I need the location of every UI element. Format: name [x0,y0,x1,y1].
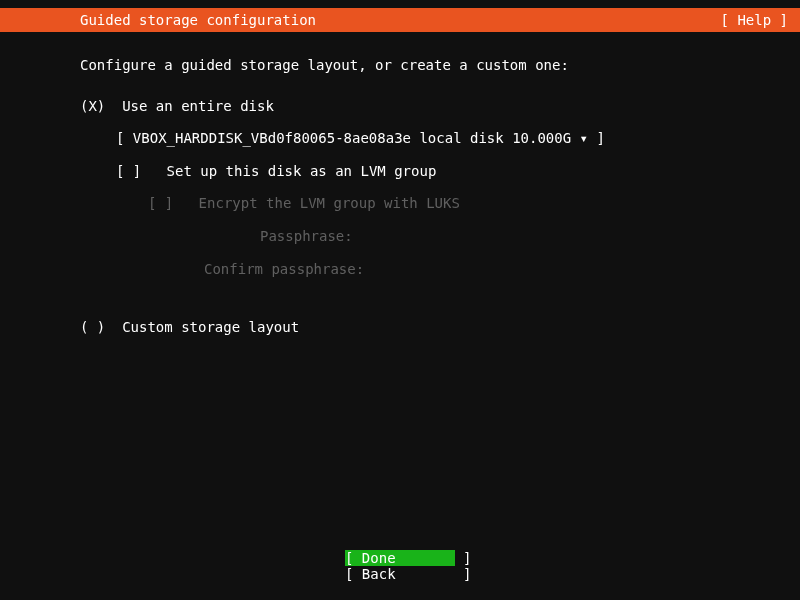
bracket-open: [ [116,130,133,146]
confirm-passphrase-label: Confirm passphrase: [80,256,720,283]
disk-selector[interactable]: [ VBOX_HARDDISK_VBd0f80065-8ae08a3e loca… [80,125,720,152]
installer-window: Guided storage configuration [ Help ] Co… [0,0,800,600]
radio-use-entire-disk[interactable]: (X) Use an entire disk [80,93,720,120]
checkbox-marker: [ ] [148,195,173,211]
header-bar: Guided storage configuration [ Help ] [0,8,800,32]
page-title: Guided storage configuration [80,12,316,28]
passphrase-label: Passphrase: [80,223,720,250]
radio-custom-storage[interactable]: ( ) Custom storage layout [80,314,720,341]
footer-buttons: [ Done ] [ Back ] [0,550,800,592]
checkbox-encrypt-luks: [ ] Encrypt the LVM group with LUKS [80,190,720,217]
selected-disk-value: VBOX_HARDDISK_VBd0f80065-8ae08a3e local … [133,130,571,146]
radio-label: Use an entire disk [122,98,274,114]
intro-text: Configure a guided storage layout, or cr… [80,52,720,79]
radio-label: Custom storage layout [122,319,299,335]
bracket-close: ] [596,130,604,146]
checkbox-label: Encrypt the LVM group with LUKS [199,195,460,211]
back-button[interactable]: [ Back ] [345,566,455,582]
radio-marker-selected: (X) [80,98,105,114]
chevron-down-icon: ▾ [571,130,596,146]
checkbox-label: Set up this disk as an LVM group [167,163,437,179]
content-area: Configure a guided storage layout, or cr… [0,32,800,550]
checkbox-marker: [ ] [116,163,141,179]
radio-marker-unselected: ( ) [80,319,105,335]
checkbox-lvm-group[interactable]: [ ] Set up this disk as an LVM group [80,158,720,185]
help-button[interactable]: [ Help ] [721,12,788,28]
done-button[interactable]: [ Done ] [345,550,455,566]
